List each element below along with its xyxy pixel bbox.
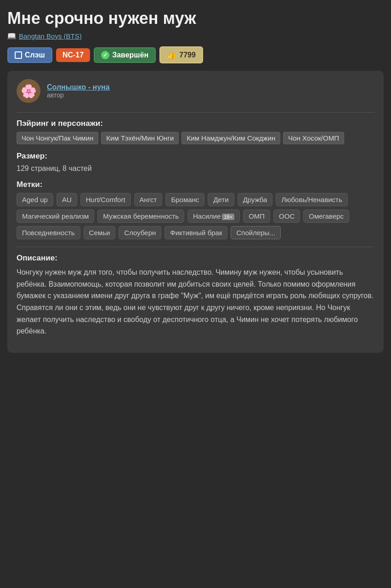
- author-role: автор: [47, 91, 110, 99]
- meta-tag[interactable]: Aged up: [17, 193, 53, 206]
- meta-tags-container: Aged upAUHurt/ComfortАнгстБромансДетиДру…: [17, 193, 374, 239]
- description-section: Описание: Чонгуку нужен муж для того, чт…: [17, 254, 374, 337]
- meta-tag[interactable]: Hurt/Comfort: [80, 193, 131, 206]
- pairing-label: Пэйринг и персонажи:: [17, 119, 374, 128]
- author-info: Солнышко - нуна автор: [47, 83, 110, 99]
- meta-tag[interactable]: Повседневность: [17, 226, 80, 239]
- rating-label: NC-17: [62, 51, 84, 59]
- thumb-icon: 👍: [167, 50, 176, 60]
- main-card: 🌸 Солнышко - нуна автор Пэйринг и персон…: [7, 71, 384, 353]
- avatar: 🌸: [17, 79, 40, 103]
- size-label: Размер:: [17, 152, 374, 161]
- meta-tag[interactable]: Дети: [208, 193, 234, 206]
- pairing-tag[interactable]: Ким Тэхён/Мин Юнги: [101, 132, 179, 144]
- status-label: Завершён: [112, 51, 148, 59]
- description-label: Описание:: [17, 254, 374, 263]
- pairings-container: Чон Чонгук/Пак ЧиминКим Тэхён/Мин ЮнгиКи…: [17, 132, 374, 144]
- tags-label: Метки:: [17, 180, 374, 189]
- avatar-emoji: 🌸: [21, 84, 37, 99]
- meta-tag[interactable]: Семьи: [84, 226, 116, 239]
- tags-section: Метки: Aged upAUHurt/ComfortАнгстБроманс…: [17, 180, 374, 239]
- status-badge[interactable]: ✓ Завершён: [94, 47, 156, 63]
- meta-tag[interactable]: Слоуберн: [119, 226, 161, 239]
- age-badge: 18+: [222, 214, 234, 220]
- likes-badge[interactable]: 👍 7799: [159, 46, 203, 63]
- author-row: 🌸 Солнышко - нуна автор: [17, 79, 374, 103]
- meta-tag[interactable]: Спойлеры...: [231, 226, 280, 239]
- badges-row: Слэш NC-17 ✓ Завершён 👍 7799: [7, 46, 384, 63]
- fandom-name: Bangtan Boys (BTS): [19, 32, 82, 40]
- author-name-link[interactable]: Солнышко - нуна: [47, 83, 110, 91]
- meta-tag[interactable]: ООС: [273, 209, 300, 223]
- slash-badge[interactable]: Слэш: [7, 47, 52, 63]
- meta-tag[interactable]: Любовь/Ненависть: [276, 193, 347, 206]
- slash-label: Слэш: [25, 51, 45, 59]
- meta-tag[interactable]: Фиктивный брак: [164, 226, 227, 239]
- fandom-link[interactable]: 📖 Bangtan Boys (BTS): [7, 32, 384, 40]
- meta-tag[interactable]: AU: [57, 193, 77, 206]
- meta-tag[interactable]: Магический реализм: [17, 209, 94, 223]
- description-text: Чонгуку нужен муж для того, чтобы получи…: [17, 266, 374, 337]
- slash-icon: [15, 51, 22, 59]
- divider-1: [17, 112, 374, 113]
- page-title: Мне срочно нужен муж: [7, 8, 384, 28]
- check-icon: ✓: [101, 51, 109, 59]
- meta-tag[interactable]: Омегаверс: [303, 209, 349, 223]
- meta-tag[interactable]: Дружба: [238, 193, 273, 206]
- likes-count: 7799: [179, 51, 196, 59]
- pairing-tag[interactable]: Чон Хосок/ОМП: [283, 132, 344, 144]
- book-icon: 📖: [7, 32, 16, 40]
- meta-tag[interactable]: Ангст: [134, 193, 163, 206]
- pairing-tag[interactable]: Чон Чонгук/Пак Чимин: [17, 132, 98, 144]
- size-value: 129 страниц, 8 частей: [17, 164, 374, 173]
- rating-badge[interactable]: NC-17: [56, 48, 90, 62]
- meta-tag[interactable]: Мужская беременность: [97, 209, 184, 223]
- divider-2: [17, 247, 374, 247]
- size-section: Размер: 129 страниц, 8 частей: [17, 152, 374, 173]
- meta-tag[interactable]: ОМП: [243, 209, 270, 223]
- meta-tag[interactable]: Насилие18+: [187, 209, 240, 223]
- pairings-section: Пэйринг и персонажи: Чон Чонгук/Пак Чими…: [17, 119, 374, 144]
- meta-tag[interactable]: Броманс: [165, 193, 204, 206]
- pairing-tag[interactable]: Ким Намджун/Ким Сокджин: [181, 132, 280, 144]
